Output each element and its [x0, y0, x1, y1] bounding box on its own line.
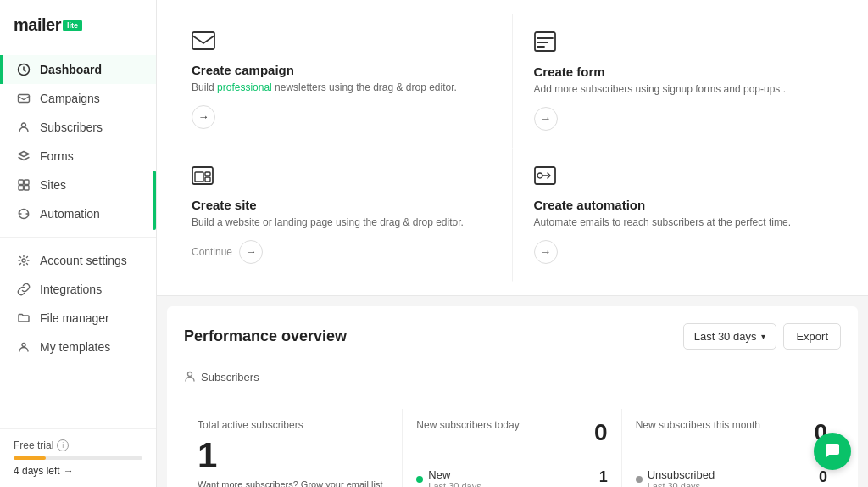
- unsub-period: Last 30 days: [648, 481, 715, 487]
- create-automation-arrow[interactable]: →: [534, 240, 558, 264]
- total-active-subtext: Want more subscribers? Grow your email l…: [198, 479, 388, 487]
- create-form-card[interactable]: Create form Add more subscribers using s…: [513, 14, 855, 148]
- unsub-label: Unsubscribed: [648, 468, 715, 481]
- svg-rect-14: [205, 177, 210, 182]
- trial-progress-bar: [14, 456, 142, 460]
- create-automation-title: Create automation: [534, 198, 834, 212]
- sidebar-bottom: Free trial i 4 days left →: [0, 428, 156, 487]
- performance-controls: Last 30 days ▾ Export: [683, 323, 841, 350]
- create-campaign-card[interactable]: Create campaign Build professional newsl…: [170, 14, 513, 148]
- create-campaign-arrow[interactable]: →: [192, 105, 215, 129]
- total-active-metric: Total active subscribers 1 Want more sub…: [184, 409, 403, 487]
- svg-rect-9: [192, 32, 214, 49]
- info-icon[interactable]: i: [57, 439, 69, 451]
- create-campaign-desc: Build professional newsletters using the…: [192, 81, 492, 95]
- svg-point-16: [537, 173, 542, 178]
- sidebar-item-my-templates-label: My templates: [40, 340, 110, 354]
- date-range-dropdown[interactable]: Last 30 days ▾: [683, 323, 777, 350]
- sidebar-item-sites-label: Sites: [40, 178, 66, 192]
- sidebar-item-forms-label: Forms: [40, 149, 74, 163]
- metrics-grid: Total active subscribers 1 Want more sub…: [184, 409, 841, 487]
- sidebar-item-sites[interactable]: Sites: [0, 171, 156, 199]
- new-today-metric: New subscribers today 0 New Last 30 days: [403, 409, 621, 487]
- sidebar-item-dashboard[interactable]: Dashboard: [0, 55, 156, 84]
- sidebar-item-my-templates[interactable]: My templates: [0, 333, 156, 361]
- new-today-label: New subscribers today: [416, 419, 519, 431]
- sidebar-item-subscribers-label: Subscribers: [40, 120, 103, 134]
- templates-icon: [16, 340, 31, 354]
- create-automation-card[interactable]: Create automation Automate emails to rea…: [513, 148, 855, 282]
- sidebar-item-account-settings-label: Account settings: [40, 254, 127, 267]
- sidebar-item-automation[interactable]: Automation: [0, 199, 156, 228]
- unsub-val: 0: [819, 468, 827, 486]
- sidebar-item-forms[interactable]: Forms: [0, 142, 156, 171]
- svg-point-7: [22, 259, 25, 262]
- sidebar-item-integrations[interactable]: Integrations: [0, 275, 156, 304]
- sidebar-item-dashboard-label: Dashboard: [40, 63, 102, 76]
- chat-support-button[interactable]: [814, 433, 851, 470]
- layers-icon: [16, 149, 31, 163]
- trial-progress-fill: [14, 456, 46, 460]
- unsub-dot: [636, 476, 643, 483]
- subscribers-tab[interactable]: Subscribers: [184, 363, 841, 395]
- new-sub-period: Last 30 days: [428, 481, 481, 487]
- svg-rect-5: [19, 186, 24, 191]
- total-active-value: 1: [198, 438, 388, 473]
- new-today-value: 0: [594, 419, 608, 446]
- grid-icon: [16, 178, 31, 192]
- unsub-sub-metric: Unsubscribed Last 30 days 0: [636, 463, 827, 487]
- create-form-arrow[interactable]: →: [534, 107, 558, 131]
- person-icon: [16, 120, 31, 134]
- svg-rect-6: [25, 186, 30, 191]
- new-dot: [416, 476, 423, 483]
- days-left: 4 days left →: [14, 465, 142, 477]
- create-site-bottom: Continue →: [192, 240, 492, 264]
- new-sub-metric: New Last 30 days 1: [416, 463, 607, 487]
- sidebar-item-file-manager[interactable]: File manager: [0, 304, 156, 333]
- campaign-icon: [192, 31, 492, 54]
- svg-rect-1: [19, 95, 30, 103]
- clock-icon: [16, 63, 31, 76]
- free-trial-label: Free trial i: [14, 439, 142, 451]
- form-icon: [534, 31, 834, 56]
- gear-icon: [16, 254, 31, 267]
- svg-point-8: [22, 344, 25, 347]
- automation-icon: [534, 166, 834, 189]
- create-site-title: Create site: [192, 198, 492, 212]
- create-site-arrow[interactable]: →: [239, 240, 263, 264]
- sub-metric-unsub: Unsubscribed Last 30 days 0: [636, 463, 827, 487]
- sidebar: mailerlite Dashboard Campaigns Subscrib: [0, 0, 157, 487]
- sidebar-item-subscribers[interactable]: Subscribers: [0, 113, 156, 142]
- new-sub-label: New: [428, 468, 481, 481]
- main-content: Create campaign Build professional newsl…: [157, 0, 868, 487]
- new-sub-info: New Last 30 days: [416, 468, 481, 487]
- new-month-metric: New subscribers this month 0 Unsubscribe…: [622, 409, 841, 487]
- logo: mailerlite: [0, 0, 156, 48]
- site-icon: [192, 166, 492, 189]
- svg-rect-12: [195, 172, 203, 182]
- mail-icon: [16, 92, 31, 105]
- subscribers-tab-icon: [184, 370, 196, 384]
- continue-text: Continue: [192, 246, 232, 258]
- create-site-desc: Build a website or landing page using th…: [192, 216, 492, 230]
- sidebar-item-file-manager-label: File manager: [40, 311, 109, 325]
- svg-rect-3: [19, 180, 24, 185]
- new-month-label: New subscribers this month: [636, 419, 760, 431]
- performance-section: Performance overview Last 30 days ▾ Expo…: [167, 306, 858, 487]
- export-button[interactable]: Export: [783, 323, 841, 350]
- sidebar-item-automation-label: Automation: [40, 207, 100, 221]
- sidebar-item-account-settings[interactable]: Account settings: [0, 246, 156, 275]
- total-active-label: Total active subscribers: [198, 419, 388, 431]
- sidebar-divider: [0, 237, 156, 238]
- new-sub-val: 1: [599, 468, 608, 486]
- svg-rect-4: [25, 180, 30, 185]
- svg-point-17: [188, 372, 192, 376]
- sidebar-bottom-group: Account settings Integrations File manag…: [0, 246, 156, 361]
- create-automation-desc: Automate emails to reach subscribers at …: [534, 216, 834, 230]
- create-site-card[interactable]: Create site Build a website or landing p…: [170, 148, 513, 282]
- sub-metric-new: New Last 30 days 1: [416, 463, 607, 487]
- unsub-info: Unsubscribed Last 30 days: [636, 468, 715, 487]
- refresh-icon: [16, 207, 31, 221]
- sidebar-item-campaigns[interactable]: Campaigns: [0, 84, 156, 113]
- create-form-title: Create form: [534, 64, 834, 79]
